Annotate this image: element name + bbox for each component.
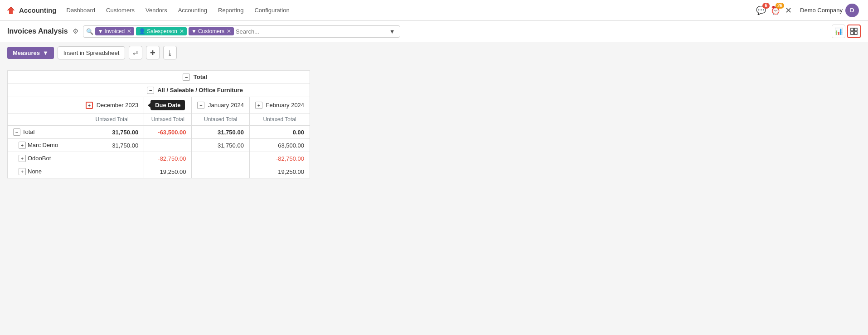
view-icons: 📊 bbox=[832, 25, 861, 38]
svg-rect-0 bbox=[851, 28, 853, 31]
jan2024-expand-icon[interactable]: + bbox=[197, 102, 204, 109]
search-dropdown-button[interactable]: ▼ bbox=[388, 27, 397, 36]
pivot-row-empty bbox=[8, 71, 80, 84]
row-label-text-3: None bbox=[28, 168, 42, 175]
cell-0-2: 31,750.00 bbox=[192, 126, 249, 139]
row-expand-icon-3[interactable]: + bbox=[19, 168, 26, 175]
pivot-view-button[interactable] bbox=[847, 25, 861, 38]
download-button[interactable]: ⭳ bbox=[163, 46, 177, 59]
nav-vendors[interactable]: Vendors bbox=[141, 4, 172, 16]
row-expand-icon-1[interactable]: + bbox=[19, 142, 26, 149]
nav-accounting[interactable]: Accounting bbox=[174, 4, 212, 16]
row-label-text-2: OdooBot bbox=[28, 155, 51, 162]
pivot-table: − Total − All / Saleable / Office Furnit… bbox=[7, 70, 310, 178]
nav-reporting[interactable]: Reporting bbox=[213, 4, 248, 16]
cell-2-0 bbox=[80, 152, 144, 165]
cell-1-1 bbox=[144, 139, 192, 152]
pivot-col-groups-row: + December 2023 Due Date + January 2024 … bbox=[8, 97, 310, 113]
col-group-dec2023-label: December 2023 bbox=[97, 102, 139, 108]
row-label-1: +Marc Demo bbox=[8, 139, 80, 152]
cell-3-3: 19,250.00 bbox=[249, 165, 310, 178]
col-group-feb2024: + February 2024 bbox=[249, 97, 310, 113]
filter-tag-invoiced[interactable]: ▼ Invoiced ✕ bbox=[95, 27, 135, 35]
svg-rect-2 bbox=[851, 32, 853, 34]
feb2024-expand-icon[interactable]: + bbox=[255, 102, 262, 109]
nav-customers[interactable]: Customers bbox=[102, 4, 139, 16]
col-measure-1: Untaxed Total bbox=[144, 113, 192, 126]
filter-close-customers[interactable]: ✕ bbox=[227, 28, 231, 34]
notification-bell[interactable]: 💬 6 bbox=[756, 5, 766, 15]
pivot-subgroup-empty bbox=[8, 84, 80, 97]
search-input[interactable] bbox=[236, 28, 386, 35]
cell-0-0: 31,750.00 bbox=[80, 126, 144, 139]
page-header: Invoices Analysis ⚙ 🔍 ▼ Invoiced ✕ 👤 Sal… bbox=[0, 21, 868, 42]
filter-tag-salesperson[interactable]: 👤 Salesperson ✕ bbox=[136, 27, 187, 35]
col-group-dec2023: + December 2023 bbox=[80, 97, 144, 113]
app-logo[interactable]: Accounting bbox=[5, 5, 57, 16]
pivot-header-total-row: − Total bbox=[8, 71, 310, 84]
due-date-tooltip-label: Due Date bbox=[155, 102, 180, 108]
pivot-subgroup-label: − All / Saleable / Office Furniture bbox=[80, 84, 310, 97]
app-name: Accounting bbox=[19, 6, 57, 14]
navbar: Accounting Dashboard Customers Vendors A… bbox=[0, 0, 868, 21]
total-minus-icon[interactable]: − bbox=[183, 74, 190, 81]
cell-3-0 bbox=[80, 165, 144, 178]
settings-icon[interactable]: ⚙ bbox=[73, 27, 78, 35]
pivot-total-label: Total bbox=[194, 74, 207, 80]
filter-close-salesperson[interactable]: ✕ bbox=[179, 28, 184, 34]
subgroup-minus-icon[interactable]: − bbox=[147, 87, 154, 94]
insert-spreadsheet-button[interactable]: Insert in Spreadsheet bbox=[58, 46, 126, 59]
search-icon: 🔍 bbox=[86, 28, 93, 35]
salesperson-icon: 👤 bbox=[139, 28, 145, 34]
row-label-3: +None bbox=[8, 165, 80, 178]
due-date-tooltip: Due Date bbox=[150, 100, 185, 110]
svg-rect-3 bbox=[854, 32, 857, 34]
activity-clock[interactable]: ⏰ 26 bbox=[771, 5, 781, 15]
table-row: +None19,250.0019,250.00 bbox=[8, 165, 310, 178]
filter-close-invoiced[interactable]: ✕ bbox=[127, 28, 131, 34]
page-title: Invoices Analysis bbox=[7, 27, 68, 35]
table-row: +Marc Demo31,750.0031,750.0063,500.00 bbox=[8, 139, 310, 152]
company-switcher[interactable]: Demo Company D bbox=[796, 2, 863, 19]
cell-2-1: -82,750.00 bbox=[144, 152, 192, 165]
expand-all-button[interactable]: ✚ bbox=[146, 46, 160, 59]
notification-count: 6 bbox=[762, 3, 770, 9]
swap-icon-button[interactable]: ⇄ bbox=[129, 46, 142, 59]
row-expand-icon-0[interactable]: − bbox=[13, 128, 20, 136]
cell-2-2 bbox=[192, 152, 249, 165]
company-name: Demo Company bbox=[800, 7, 843, 14]
search-bar: 🔍 ▼ Invoiced ✕ 👤 Salesperson ✕ ▼ Custome… bbox=[83, 25, 400, 38]
nav-icons: 💬 6 ⏰ 26 ✕ Demo Company D bbox=[756, 2, 863, 19]
filter-icon: ▼ bbox=[98, 28, 103, 34]
cell-2-3: -82,750.00 bbox=[249, 152, 310, 165]
chart-view-button[interactable]: 📊 bbox=[832, 25, 845, 38]
filter-label-salesperson: Salesperson bbox=[147, 28, 177, 34]
close-icon[interactable]: ✕ bbox=[785, 5, 792, 15]
row-expand-icon-2[interactable]: + bbox=[19, 155, 26, 162]
col-group-jan2024-label: January 2024 bbox=[208, 102, 244, 108]
filter-tag-customers[interactable]: ▼ Customers ✕ bbox=[189, 27, 234, 35]
cell-3-2 bbox=[192, 165, 249, 178]
nav-configuration[interactable]: Configuration bbox=[250, 4, 294, 16]
col-group-duedate: Due Date bbox=[144, 97, 192, 113]
dec2023-expand-icon[interactable]: + bbox=[86, 102, 93, 109]
activity-count: 26 bbox=[776, 3, 784, 9]
pivot-subgroup-row: − All / Saleable / Office Furniture bbox=[8, 84, 310, 97]
toolbar: Measures ▼ Insert in Spreadsheet ⇄ ✚ ⭳ bbox=[0, 42, 868, 63]
cell-1-3: 63,500.00 bbox=[249, 139, 310, 152]
pivot-col-total-label: − Total bbox=[80, 71, 310, 84]
col-group-jan2024: + January 2024 bbox=[192, 97, 249, 113]
filter-label-invoiced: Invoiced bbox=[105, 28, 125, 34]
row-label-text-1: Marc Demo bbox=[28, 142, 58, 148]
pivot-col-measure-row: Untaxed Total Untaxed Total Untaxed Tota… bbox=[8, 113, 310, 126]
col-group-feb2024-label: February 2024 bbox=[266, 102, 305, 108]
pivot-measure-empty bbox=[8, 113, 80, 126]
col-measure-3: Untaxed Total bbox=[249, 113, 310, 126]
nav-dashboard[interactable]: Dashboard bbox=[62, 4, 100, 16]
cell-1-2: 31,750.00 bbox=[192, 139, 249, 152]
row-label-0: −Total bbox=[8, 126, 80, 139]
pivot-container: − Total − All / Saleable / Office Furnit… bbox=[0, 63, 868, 186]
insert-label: Insert in Spreadsheet bbox=[63, 49, 120, 56]
measures-button[interactable]: Measures ▼ bbox=[7, 47, 54, 59]
filter-label-customers: Customers bbox=[198, 28, 224, 34]
